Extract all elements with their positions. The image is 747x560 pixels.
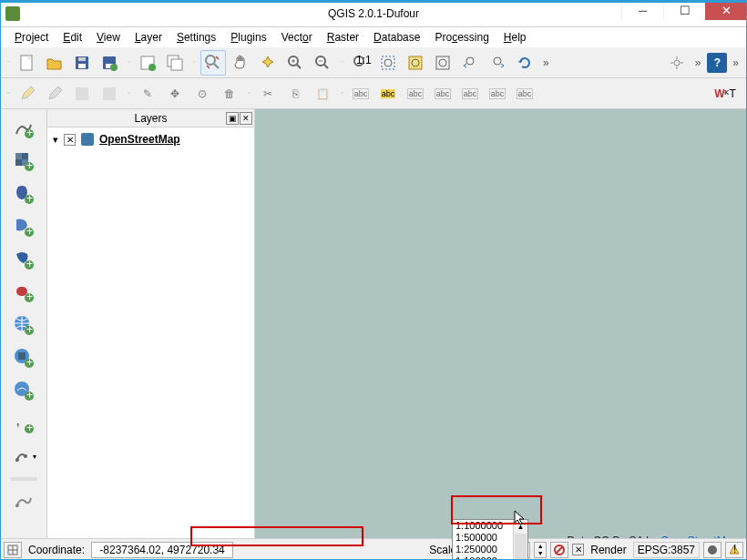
layer-visibility-checkbox[interactable]: ✕ (64, 134, 76, 146)
svg-text:+: + (26, 389, 33, 402)
svg-text:1:1: 1:1 (356, 54, 372, 66)
scale-option[interactable]: 1:1000000 (453, 520, 513, 532)
toolbar-overflow-3[interactable]: » (729, 56, 743, 69)
add-feature-icon[interactable]: ✎ (135, 81, 160, 107)
node-tool-icon[interactable]: ⊙ (189, 81, 215, 107)
copy-icon[interactable]: ⎘ (282, 81, 308, 107)
label-abc7-icon[interactable]: abc (512, 81, 537, 107)
label-abc1-icon[interactable]: abc (348, 81, 374, 107)
map-canvas[interactable]: Data CC-By-SA by OpenStreetMap (255, 109, 747, 556)
toolbar-overflow[interactable]: » (539, 56, 554, 69)
menu-processing[interactable]: Processing (427, 29, 496, 46)
layer-raster-icon (81, 133, 94, 146)
zoom-out-icon[interactable] (310, 50, 335, 76)
add-vector-icon[interactable]: + (9, 115, 38, 142)
svg-rect-40 (15, 153, 22, 159)
layer-item-osm[interactable]: ▾ ✕ OpenStreetMap (53, 133, 249, 146)
new-composer-icon[interactable] (135, 50, 160, 76)
paste-icon[interactable]: 📋 (310, 81, 335, 107)
scale-option[interactable]: 1:250000 (453, 544, 513, 555)
label-abc2-icon[interactable]: abc (375, 81, 401, 107)
menu-settings[interactable]: Settings (169, 29, 223, 46)
title-bar: QGIS 2.0.1-Dufour ─ ☐ ✕ (0, 0, 747, 27)
svg-text:+: + (26, 356, 33, 369)
render-checkbox[interactable]: ✕ (572, 544, 584, 555)
add-mssql-icon[interactable]: + (9, 246, 38, 273)
scale-dropdown[interactable]: 1:10000001:5000001:2500001:1000001:50000… (452, 519, 528, 560)
add-wms-icon[interactable]: + (9, 311, 38, 339)
add-oracle-icon[interactable]: + (9, 279, 38, 306)
svg-point-28 (466, 57, 474, 65)
menu-layer[interactable]: Layer (128, 29, 169, 46)
save-edits-icon[interactable] (69, 81, 95, 107)
stop-render-icon[interactable] (550, 542, 568, 558)
add-wcs-icon[interactable]: + (9, 344, 38, 372)
svg-text:+: + (26, 422, 33, 434)
label-abc4-icon[interactable]: abc (430, 81, 455, 107)
add-spatialite-icon[interactable]: + (9, 213, 38, 240)
zoom-selection-icon[interactable] (403, 50, 428, 76)
messages-icon[interactable]: ! (725, 542, 743, 558)
move-feature-icon[interactable]: ✥ (162, 81, 188, 107)
menu-project[interactable]: Project (7, 29, 56, 46)
scale-option[interactable]: 1:500000 (453, 532, 513, 544)
panel-undock-icon[interactable]: ▣ (226, 112, 239, 125)
toggle-extents-icon[interactable] (4, 542, 22, 558)
coordinate-field[interactable]: -8237364.02, 4972720.34 (91, 542, 233, 558)
gear-icon[interactable] (664, 50, 690, 76)
save-as-project-icon[interactable] (97, 50, 122, 76)
cut-icon[interactable]: ✂ (255, 81, 281, 107)
toolbar-overflow-2[interactable]: » (691, 56, 706, 69)
menu-view[interactable]: View (89, 29, 128, 46)
menu-edit[interactable]: Edit (56, 29, 89, 46)
save-edits2-icon[interactable] (97, 81, 122, 107)
composer-manager-icon[interactable] (162, 50, 188, 76)
label-abc5-icon[interactable]: abc (457, 81, 483, 107)
zoom-native-icon[interactable]: 1:1 (348, 50, 374, 76)
crs-status-icon[interactable] (703, 542, 721, 558)
gps-icon[interactable] (9, 488, 38, 515)
open-project-icon[interactable] (42, 50, 67, 76)
menu-raster[interactable]: Raster (320, 29, 366, 46)
svg-text:+: + (26, 225, 33, 238)
svg-line-18 (324, 65, 328, 68)
pan-hand-icon[interactable] (228, 50, 253, 76)
menu-help[interactable]: Help (496, 29, 534, 46)
scale-option[interactable]: 1:100000 (453, 555, 513, 560)
help-icon[interactable]: ? (707, 53, 727, 73)
add-wfs-icon[interactable]: + (9, 377, 38, 404)
panel-close-icon[interactable]: ✕ (240, 112, 252, 125)
refresh-icon[interactable] (512, 50, 537, 76)
label-abc6-icon[interactable]: abc (485, 81, 510, 107)
edit-pencil2-icon[interactable] (42, 81, 67, 107)
maximize-button[interactable]: ☐ (663, 0, 705, 20)
zoom-in-icon[interactable] (282, 50, 308, 76)
layers-tree[interactable]: ▾ ✕ OpenStreetMap (47, 127, 254, 556)
save-project-icon[interactable] (69, 50, 95, 76)
scale-spinner[interactable]: ▲▼ (534, 542, 547, 558)
add-delimited-icon[interactable]: ,+ (9, 410, 38, 437)
new-vector-icon[interactable]: ▾ (9, 443, 38, 470)
svg-point-30 (674, 60, 680, 66)
label-abc3-icon[interactable]: abc (403, 81, 428, 107)
add-postgis-icon[interactable]: + (9, 180, 38, 208)
delete-feature-icon[interactable]: 🗑 (217, 81, 242, 107)
svg-text:!: ! (733, 543, 736, 555)
minimize-button[interactable]: ─ (621, 0, 663, 20)
zoom-next-icon[interactable] (485, 50, 510, 76)
pan-selection-icon[interactable] (255, 50, 281, 76)
menu-database[interactable]: Database (366, 29, 427, 46)
menu-vector[interactable]: Vector (274, 29, 320, 46)
wkt-icon[interactable]: WᴋT (707, 81, 743, 107)
add-raster-icon[interactable]: + (9, 148, 38, 175)
new-project-icon[interactable] (15, 50, 40, 76)
menu-plugins[interactable]: Plugins (223, 29, 273, 46)
zoom-full-icon[interactable] (375, 50, 401, 76)
edit-pencil-icon[interactable] (15, 81, 40, 107)
svg-point-11 (206, 56, 215, 65)
scale-dropdown-scrollbar[interactable]: ▲▼ (513, 520, 527, 560)
zoom-layer-icon[interactable] (430, 50, 455, 76)
close-button[interactable]: ✕ (705, 0, 747, 20)
zoom-last-icon[interactable] (457, 50, 483, 76)
pan-icon[interactable] (200, 50, 226, 76)
